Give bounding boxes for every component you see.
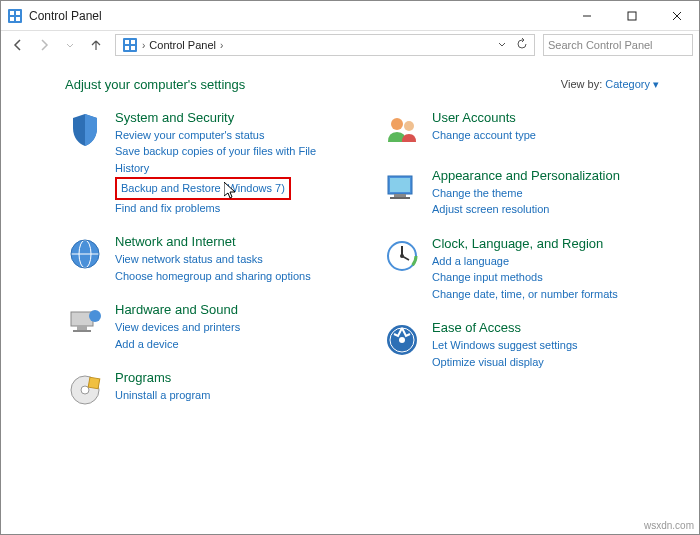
address-bar[interactable]: › Control Panel › bbox=[115, 34, 535, 56]
programs-icon[interactable] bbox=[65, 370, 105, 410]
category-link[interactable]: Optimize visual display bbox=[432, 354, 659, 371]
hardware-and-sound-icon[interactable] bbox=[65, 302, 105, 342]
category-title[interactable]: Programs bbox=[115, 370, 342, 387]
titlebar: Control Panel bbox=[1, 1, 699, 31]
category-link[interactable]: Find and fix problems bbox=[115, 200, 342, 217]
highlight-box: Backup and Restore (Windows 7) bbox=[115, 177, 291, 200]
recent-dropdown[interactable] bbox=[59, 34, 81, 56]
category-title[interactable]: Appearance and Personalization bbox=[432, 168, 659, 185]
window-title: Control Panel bbox=[29, 9, 564, 23]
svg-rect-4 bbox=[16, 17, 20, 21]
system-and-security-icon[interactable] bbox=[65, 110, 105, 150]
svg-rect-24 bbox=[88, 377, 100, 389]
category-link[interactable]: Add a language bbox=[432, 253, 659, 270]
svg-rect-11 bbox=[131, 40, 135, 44]
category-clock-language-and-region: Clock, Language, and RegionAdd a languag… bbox=[382, 236, 659, 302]
svg-rect-10 bbox=[125, 40, 129, 44]
network-and-internet-icon[interactable] bbox=[65, 234, 105, 274]
category-title[interactable]: Ease of Access bbox=[432, 320, 659, 337]
category-link[interactable]: Change date, time, or number formats bbox=[432, 286, 659, 303]
category-system-and-security: System and SecurityReview your computer'… bbox=[65, 110, 342, 216]
svg-point-38 bbox=[399, 337, 405, 343]
svg-point-26 bbox=[404, 121, 414, 131]
nav-bar: › Control Panel › Search Control Panel bbox=[1, 31, 699, 59]
svg-rect-3 bbox=[10, 17, 14, 21]
category-link[interactable]: Review your computer's status bbox=[115, 127, 342, 144]
category-link[interactable]: Change the theme bbox=[432, 185, 659, 202]
address-dropdown[interactable] bbox=[492, 38, 512, 52]
category-appearance-and-personalization: Appearance and PersonalizationChange the… bbox=[382, 168, 659, 218]
control-panel-icon bbox=[7, 8, 23, 24]
watermark: wsxdn.com bbox=[644, 520, 694, 531]
category-title[interactable]: Network and Internet bbox=[115, 234, 342, 251]
appearance-and-personalization-icon[interactable] bbox=[382, 168, 422, 208]
refresh-button[interactable] bbox=[512, 38, 532, 53]
control-panel-icon bbox=[122, 37, 138, 53]
close-button[interactable] bbox=[654, 1, 699, 31]
category-user-accounts: User AccountsChange account type bbox=[382, 110, 659, 150]
maximize-button[interactable] bbox=[609, 1, 654, 31]
user-accounts-icon[interactable] bbox=[382, 110, 422, 150]
up-button[interactable] bbox=[85, 34, 107, 56]
category-link[interactable]: Change account type bbox=[432, 127, 659, 144]
svg-rect-2 bbox=[16, 11, 20, 15]
category-title[interactable]: Clock, Language, and Region bbox=[432, 236, 659, 253]
svg-point-25 bbox=[391, 118, 403, 130]
category-title[interactable]: Hardware and Sound bbox=[115, 302, 342, 319]
svg-rect-1 bbox=[10, 11, 14, 15]
chevron-right-icon[interactable]: › bbox=[220, 40, 223, 51]
category-title[interactable]: System and Security bbox=[115, 110, 342, 127]
svg-rect-30 bbox=[390, 178, 410, 192]
svg-rect-20 bbox=[73, 330, 91, 332]
search-input[interactable]: Search Control Panel bbox=[543, 34, 693, 56]
svg-rect-29 bbox=[390, 197, 410, 199]
category-link[interactable]: Add a device bbox=[115, 336, 342, 353]
category-hardware-and-sound: Hardware and SoundView devices and print… bbox=[65, 302, 342, 352]
minimize-button[interactable] bbox=[564, 1, 609, 31]
category-link[interactable]: Backup and Restore (Windows 7) bbox=[121, 180, 285, 197]
category-ease-of-access: Ease of AccessLet Windows suggest settin… bbox=[382, 320, 659, 370]
view-by-selector[interactable]: View by: Category ▾ bbox=[561, 78, 659, 91]
category-link[interactable]: Let Windows suggest settings bbox=[432, 337, 659, 354]
forward-button[interactable] bbox=[33, 34, 55, 56]
breadcrumb-control-panel[interactable]: Control Panel bbox=[145, 39, 220, 51]
svg-point-21 bbox=[89, 310, 101, 322]
category-link[interactable]: Adjust screen resolution bbox=[432, 201, 659, 218]
svg-rect-6 bbox=[628, 12, 636, 20]
ease-of-access-icon[interactable] bbox=[382, 320, 422, 360]
category-link[interactable]: Change input methods bbox=[432, 269, 659, 286]
clock-language-and-region-icon[interactable] bbox=[382, 236, 422, 276]
category-link[interactable]: View network status and tasks bbox=[115, 251, 342, 268]
svg-rect-12 bbox=[125, 46, 129, 50]
category-programs: ProgramsUninstall a program bbox=[65, 370, 342, 410]
category-link[interactable]: View devices and printers bbox=[115, 319, 342, 336]
category-link[interactable]: Choose homegroup and sharing options bbox=[115, 268, 342, 285]
category-title[interactable]: User Accounts bbox=[432, 110, 659, 127]
svg-point-34 bbox=[400, 254, 404, 258]
chevron-down-icon: ▾ bbox=[653, 78, 659, 90]
svg-rect-19 bbox=[77, 326, 87, 330]
back-button[interactable] bbox=[7, 34, 29, 56]
page-title: Adjust your computer's settings bbox=[65, 77, 245, 92]
svg-rect-13 bbox=[131, 46, 135, 50]
category-link[interactable]: Save backup copies of your files with Fi… bbox=[115, 143, 342, 176]
category-network-and-internet: Network and InternetView network status … bbox=[65, 234, 342, 284]
category-link[interactable]: Uninstall a program bbox=[115, 387, 342, 404]
content-area: Adjust your computer's settings View by:… bbox=[1, 59, 699, 428]
svg-rect-28 bbox=[394, 194, 406, 197]
